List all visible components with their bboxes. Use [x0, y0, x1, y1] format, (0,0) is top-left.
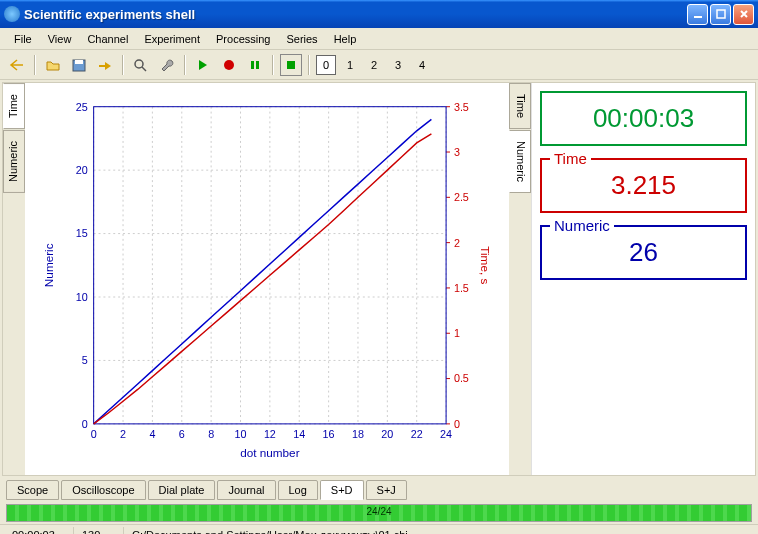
maximize-button[interactable]	[710, 4, 731, 25]
pause-button[interactable]	[244, 54, 266, 76]
svg-text:10: 10	[76, 291, 88, 303]
svg-text:18: 18	[352, 428, 364, 440]
tool-button[interactable]	[156, 54, 178, 76]
preset-3[interactable]: 3	[388, 55, 408, 75]
tab-sd[interactable]: S+D	[320, 480, 364, 500]
separator	[308, 55, 310, 75]
numeric-panel: Numeric 26	[540, 225, 747, 280]
time-value: 3.215	[550, 164, 737, 203]
record-button[interactable]	[218, 54, 240, 76]
svg-text:12: 12	[264, 428, 276, 440]
svg-text:5: 5	[82, 354, 88, 366]
svg-text:0: 0	[454, 418, 460, 430]
svg-text:15: 15	[76, 227, 88, 239]
svg-text:3: 3	[454, 146, 460, 158]
stop-button[interactable]	[280, 54, 302, 76]
progress-bar: 24/24	[6, 504, 752, 522]
separator	[272, 55, 274, 75]
toolbar: 0 1 2 3 4	[0, 50, 758, 80]
status-time: 00:00:03	[4, 527, 74, 535]
play-button[interactable]	[192, 54, 214, 76]
menu-processing[interactable]: Processing	[208, 30, 278, 48]
preset-0[interactable]: 0	[316, 55, 336, 75]
tab-log[interactable]: Log	[278, 480, 318, 500]
status-count: 130	[74, 527, 124, 535]
zoom-button[interactable]	[130, 54, 152, 76]
preset-1[interactable]: 1	[340, 55, 360, 75]
bottom-tabs: Scope Oscilloscope Dial plate Journal Lo…	[0, 478, 758, 502]
svg-rect-3	[75, 60, 83, 64]
svg-text:2: 2	[454, 237, 460, 249]
svg-text:0.5: 0.5	[454, 372, 469, 384]
chart-canvas: 024681012141618202224051015202500.511.52…	[33, 93, 495, 465]
numeric-value: 26	[550, 231, 737, 270]
export-button[interactable]	[94, 54, 116, 76]
chart[interactable]: 024681012141618202224051015202500.511.52…	[25, 83, 509, 475]
tab-oscilloscope[interactable]: Oscilloscope	[61, 480, 145, 500]
svg-rect-6	[251, 61, 254, 69]
svg-text:16: 16	[323, 428, 335, 440]
preset-4[interactable]: 4	[412, 55, 432, 75]
window-title: Scientific experiments shell	[24, 7, 685, 22]
svg-text:Numeric: Numeric	[42, 243, 55, 287]
preset-2[interactable]: 2	[364, 55, 384, 75]
tab-scope[interactable]: Scope	[6, 480, 59, 500]
svg-text:8: 8	[208, 428, 214, 440]
menu-file[interactable]: File	[6, 30, 40, 48]
svg-text:dot number: dot number	[240, 446, 299, 459]
svg-text:20: 20	[76, 164, 88, 176]
left-tabs: Time Numeric	[3, 83, 25, 475]
clock-panel: 00:00:03	[540, 91, 747, 146]
tab-journal[interactable]: Journal	[217, 480, 275, 500]
back-button[interactable]	[6, 54, 28, 76]
right-tabs: Time Numeric	[509, 83, 531, 475]
svg-text:Time, s: Time, s	[479, 246, 492, 284]
svg-rect-7	[256, 61, 259, 69]
svg-text:1.5: 1.5	[454, 282, 469, 294]
menu-view[interactable]: View	[40, 30, 80, 48]
tab-sj[interactable]: S+J	[366, 480, 407, 500]
svg-text:4: 4	[149, 428, 155, 440]
readout-panels: 00:00:03 Time 3.215 Numeric 26	[531, 83, 755, 475]
svg-text:3.5: 3.5	[454, 101, 469, 113]
save-button[interactable]	[68, 54, 90, 76]
svg-text:6: 6	[179, 428, 185, 440]
menu-series[interactable]: Series	[278, 30, 325, 48]
time-label: Time	[550, 150, 591, 167]
svg-text:0: 0	[82, 418, 88, 430]
statusbar: 00:00:03 130 C:/Documents and Settings/U…	[0, 524, 758, 534]
titlebar: Scientific experiments shell	[0, 0, 758, 28]
svg-rect-1	[717, 10, 725, 18]
svg-text:14: 14	[293, 428, 305, 440]
menu-help[interactable]: Help	[326, 30, 365, 48]
svg-point-5	[224, 60, 234, 70]
right-tab-numeric[interactable]: Numeric	[509, 130, 531, 193]
app-icon	[4, 6, 20, 22]
svg-text:20: 20	[381, 428, 393, 440]
svg-rect-0	[694, 16, 702, 18]
svg-text:10: 10	[235, 428, 247, 440]
left-tab-time[interactable]: Time	[3, 83, 25, 129]
menubar: File View Channel Experiment Processing …	[0, 28, 758, 50]
numeric-label: Numeric	[550, 217, 614, 234]
close-button[interactable]	[733, 4, 754, 25]
minimize-button[interactable]	[687, 4, 708, 25]
svg-text:22: 22	[411, 428, 423, 440]
menu-channel[interactable]: Channel	[79, 30, 136, 48]
svg-text:24: 24	[440, 428, 452, 440]
tab-dialplate[interactable]: Dial plate	[148, 480, 216, 500]
right-tab-time[interactable]: Time	[509, 83, 531, 129]
progress-text: 24/24	[366, 506, 391, 517]
clock-value: 00:00:03	[550, 97, 737, 136]
svg-text:1: 1	[454, 327, 460, 339]
svg-text:2.5: 2.5	[454, 191, 469, 203]
svg-rect-8	[287, 61, 295, 69]
left-tab-numeric[interactable]: Numeric	[3, 130, 25, 193]
separator	[122, 55, 124, 75]
open-button[interactable]	[42, 54, 64, 76]
svg-text:25: 25	[76, 101, 88, 113]
menu-experiment[interactable]: Experiment	[136, 30, 208, 48]
status-path: C:/Documents and Settings/User/Мои докум…	[124, 527, 754, 535]
separator	[34, 55, 36, 75]
time-panel: Time 3.215	[540, 158, 747, 213]
